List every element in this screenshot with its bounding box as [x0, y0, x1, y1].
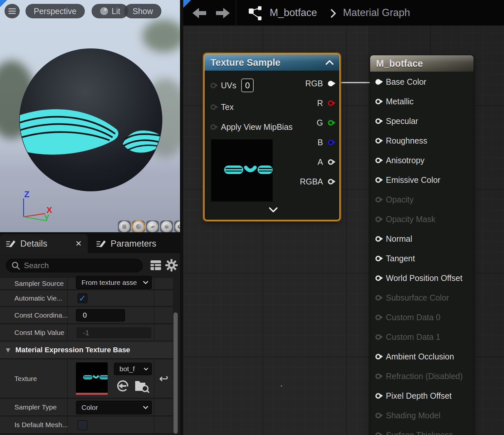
- pin-row-ambient-occlusion[interactable]: Ambient Occlusion: [375, 349, 454, 364]
- shape-cylinder-button[interactable]: [118, 220, 131, 232]
- input-tex[interactable]: Tex: [210, 99, 234, 114]
- pin-rgb[interactable]: [328, 81, 333, 86]
- input-apply-view-mipbias[interactable]: Apply View MipBias: [210, 119, 293, 134]
- collapse-chevron-up-icon[interactable]: [326, 60, 333, 65]
- chevron-down-icon: [144, 368, 148, 371]
- pin-row-pixel-depth-offset[interactable]: Pixel Depth Offset: [375, 388, 452, 403]
- pin-uvs[interactable]: [210, 83, 216, 88]
- texture-thumbnail[interactable]: [76, 362, 108, 395]
- output-g[interactable]: G: [317, 115, 333, 130]
- const-coordinate-label: Const Coordina...: [14, 311, 68, 319]
- browse-to-asset-icon[interactable]: [134, 378, 149, 393]
- output-rgb[interactable]: RGB: [305, 76, 333, 91]
- pin-row-metallic[interactable]: Metallic: [375, 94, 414, 109]
- pin-row-tangent[interactable]: Tangent: [375, 251, 415, 266]
- pin-row-base-color[interactable]: Base Color: [375, 74, 426, 89]
- tex-label: Tex: [221, 102, 234, 112]
- section-material-expression-texture-base[interactable]: ▼ Material Expression Texture Base: [0, 342, 173, 359]
- settings-gear-icon[interactable]: [165, 259, 178, 272]
- pin-row-roughness[interactable]: Roughness: [375, 133, 427, 148]
- pin-rgba[interactable]: [328, 179, 333, 184]
- show-button[interactable]: Show: [124, 4, 161, 18]
- pin-world-position-offset[interactable]: [375, 275, 381, 281]
- pin-row-specular[interactable]: Specular: [375, 113, 418, 129]
- const-coordinate-input[interactable]: 0: [76, 309, 125, 322]
- shape-sphere-button[interactable]: [132, 220, 145, 232]
- pin-apply-view-mipbias[interactable]: [210, 124, 216, 130]
- pin-opacity: [375, 197, 381, 202]
- a-label: A: [317, 157, 323, 167]
- section-title: Material Expression Texture Base: [15, 346, 130, 354]
- material-preview-viewport[interactable]: Perspective Lit Show Z X Y: [0, 0, 180, 232]
- const-mip-value-input[interactable]: -1: [76, 327, 152, 339]
- pin-row-normal[interactable]: Normal: [375, 231, 412, 246]
- input-uvs[interactable]: UVs 0: [210, 78, 254, 93]
- material-result-node[interactable]: M_botface Base Color Metallic Specular R…: [370, 55, 474, 435]
- section-collapse-triangle-icon[interactable]: ▼: [6, 347, 10, 353]
- b-label: B: [317, 138, 323, 147]
- pin-tangent[interactable]: [375, 256, 381, 261]
- material-graph-panel[interactable]: M_botface Material Graph Texture Sample …: [183, 0, 504, 435]
- shape-plane-button[interactable]: [146, 220, 159, 232]
- expand-chevron-down-icon[interactable]: [269, 207, 278, 212]
- breadcrumb-separator-icon: [331, 9, 336, 18]
- tab-parameters[interactable]: Parameters: [90, 234, 162, 253]
- texture-sample-node[interactable]: Texture Sample UVs 0 Tex Apply View MipB…: [204, 53, 340, 221]
- shape-mesh-button[interactable]: [174, 220, 180, 232]
- pin-r[interactable]: [328, 100, 333, 106]
- display-filter-icon[interactable]: [150, 260, 162, 271]
- use-selected-asset-icon[interactable]: [117, 380, 129, 392]
- tab-details[interactable]: Details ✕: [0, 234, 88, 253]
- row-texture: Texture bot_f ↩: [0, 359, 173, 398]
- row-automatic-view: Automatic Vie... ✓: [0, 290, 173, 306]
- pin-row-emissive-color[interactable]: Emissive Color: [375, 172, 441, 187]
- pin-pixel-depth-offset[interactable]: [375, 393, 381, 399]
- back-icon[interactable]: [192, 8, 206, 18]
- pin-normal[interactable]: [375, 236, 381, 242]
- pin-b[interactable]: [328, 140, 333, 145]
- reset-to-default-icon[interactable]: ↩: [159, 372, 169, 385]
- search-input[interactable]: [24, 261, 132, 270]
- pin-roughness[interactable]: [375, 138, 381, 144]
- sampler-source-dropdown[interactable]: From texture asse: [76, 276, 152, 289]
- pin-emissive-color[interactable]: [375, 177, 381, 183]
- close-tab-icon[interactable]: ✕: [75, 239, 82, 248]
- is-default-mesh-checkbox[interactable]: [78, 420, 87, 430]
- sampler-type-label: Sampler Type: [14, 403, 57, 411]
- output-r[interactable]: R: [317, 96, 333, 111]
- uvs-value-box[interactable]: 0: [241, 78, 254, 92]
- pin-tex[interactable]: [210, 104, 216, 110]
- custom-data-0-label: Custom Data 0: [386, 313, 441, 322]
- const-coordinate-value: 0: [83, 311, 87, 320]
- automatic-view-checkbox[interactable]: ✓: [78, 293, 87, 303]
- pin-anisotropy[interactable]: [375, 158, 381, 163]
- pin-metallic[interactable]: [375, 99, 381, 104]
- search-field[interactable]: [6, 259, 143, 272]
- result-node-header[interactable]: M_botface: [370, 55, 474, 72]
- details-scrollbar[interactable]: [173, 312, 178, 434]
- lit-button[interactable]: Lit: [92, 4, 128, 18]
- shape-cube-button[interactable]: [160, 220, 173, 232]
- row-const-coordinate: Const Coordina... 0: [0, 307, 173, 324]
- sampler-type-dropdown[interactable]: Color: [76, 401, 152, 414]
- node-graph-icon: [248, 6, 263, 21]
- pin-specular[interactable]: [375, 118, 381, 124]
- pin-g[interactable]: [328, 120, 333, 126]
- texture-sample-header[interactable]: Texture Sample: [205, 54, 339, 71]
- output-b[interactable]: B: [317, 135, 333, 150]
- pin-row-anisotropy[interactable]: Anisotropy: [375, 153, 424, 168]
- pin-base-color[interactable]: [375, 79, 381, 85]
- pin-a[interactable]: [328, 159, 333, 165]
- pin-ambient-occlusion[interactable]: [375, 354, 381, 359]
- perspective-button[interactable]: Perspective: [26, 4, 85, 18]
- const-mip-value-value: -1: [83, 329, 89, 337]
- preview-sphere[interactable]: [19, 48, 162, 191]
- forward-icon[interactable]: [216, 8, 230, 18]
- output-a[interactable]: A: [317, 154, 333, 169]
- texture-sample-title: Texture Sample: [210, 57, 280, 68]
- breadcrumb-asset[interactable]: M_botface: [270, 7, 317, 19]
- output-rgba[interactable]: RGBA: [300, 174, 333, 189]
- pin-row-world-position-offset[interactable]: World Position Offset: [375, 270, 462, 286]
- texture-asset-dropdown[interactable]: bot_f: [114, 363, 152, 375]
- normal-label: Normal: [386, 234, 412, 244]
